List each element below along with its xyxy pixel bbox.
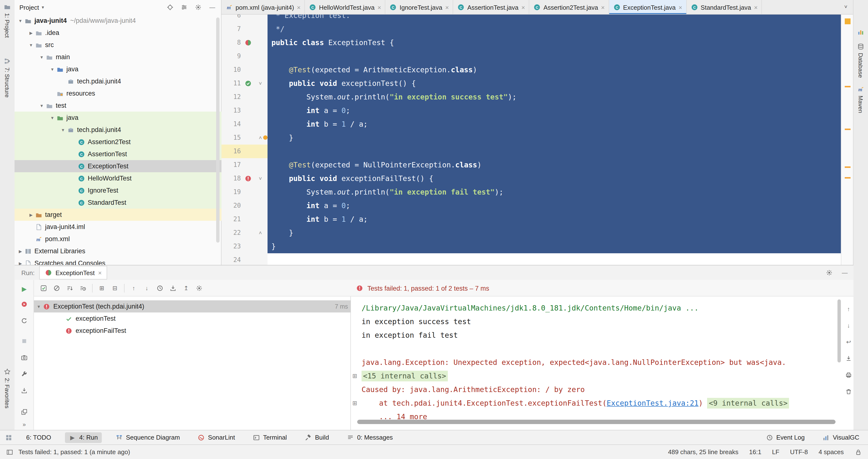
close-icon[interactable]: × <box>679 4 682 11</box>
pin-icon[interactable] <box>20 408 28 416</box>
editor-tab[interactable]: CStandardTest.java× <box>686 0 762 15</box>
indent-setting[interactable]: 4 spaces <box>818 448 844 456</box>
tree-item[interactable]: ▼java <box>14 63 221 75</box>
chevron-down-icon[interactable]: ▼ <box>59 127 67 132</box>
warning-marker[interactable] <box>845 166 850 168</box>
tool-window-tab-terminal[interactable]: Terminal <box>249 432 291 443</box>
tool-window-button-database[interactable]: Database <box>854 43 868 78</box>
tree-item[interactable]: resources <box>14 87 221 99</box>
tree-item[interactable]: ▼tech.pdai.junit4 <box>14 124 221 136</box>
grid-icon[interactable] <box>5 433 12 441</box>
chevron-down-icon[interactable]: ▼ <box>41 5 45 9</box>
file-encoding[interactable]: UTF-8 <box>790 448 808 456</box>
tree-item[interactable]: ▼test <box>14 99 221 112</box>
arrow-down-icon[interactable]: ↓ <box>143 284 151 292</box>
tool-window-button-7-structure[interactable]: 7: Structure <box>0 57 14 97</box>
print-icon[interactable] <box>845 371 852 379</box>
console-vertical-scrollbar[interactable] <box>837 299 841 363</box>
arrow-down-icon[interactable]: ↓ <box>845 322 852 329</box>
tool-window-button-ant[interactable] <box>854 28 868 36</box>
chevron-right-icon[interactable]: ▶ <box>27 212 35 217</box>
scroll-end-icon[interactable] <box>845 355 852 363</box>
show-passed-icon[interactable] <box>40 284 48 292</box>
import-results-icon[interactable] <box>169 284 177 292</box>
tree-item[interactable]: CHelloWorldTest <box>14 172 221 184</box>
chevron-down-icon[interactable]: ▼ <box>49 115 56 120</box>
run-icon[interactable]: ▶ <box>20 285 28 293</box>
project-tree-scrollbar[interactable] <box>216 18 220 242</box>
arrow-up-icon[interactable]: ↑ <box>845 305 852 313</box>
tool-window-button-1-project[interactable]: 1: Project <box>0 3 14 37</box>
test-result-row[interactable]: ▼ExceptionTest (tech.pdai.junit4)7 ms <box>34 300 352 313</box>
chevron-down-icon[interactable]: ▼ <box>38 55 45 59</box>
chevron-down-icon[interactable]: ▼ <box>17 18 24 23</box>
rerun-failed-icon[interactable] <box>20 300 28 308</box>
chevron-right-icon[interactable]: ▶ <box>17 261 24 265</box>
auto-test-icon[interactable] <box>20 317 28 324</box>
close-icon[interactable]: × <box>445 4 449 11</box>
test-result-row[interactable]: exceptionTest1 ms <box>34 313 374 324</box>
lock-icon[interactable] <box>855 448 862 456</box>
soft-wrap-icon[interactable]: ↩ <box>845 338 852 346</box>
tool-window-tab-visualgc[interactable]: VisualGC <box>818 432 863 443</box>
tree-item[interactable]: ▶.idea <box>14 27 221 39</box>
run-configuration-tab[interactable]: ExceptionTest × <box>39 266 107 280</box>
tree-item[interactable]: CExceptionTest <box>14 160 221 172</box>
sort-alpha-icon[interactable] <box>66 284 74 292</box>
tree-item[interactable]: ▶target <box>14 209 221 221</box>
editor-tab[interactable]: CAssertionTest.java× <box>454 0 529 15</box>
tree-item[interactable]: CStandardTest <box>14 197 221 209</box>
chevron-down-icon[interactable]: ▼ <box>49 67 56 71</box>
warning-marker[interactable] <box>845 177 850 178</box>
tree-item[interactable]: CIgnoreTest <box>14 184 221 197</box>
warning-marker[interactable] <box>845 128 850 130</box>
tree-item[interactable]: ▼main <box>14 51 221 63</box>
chevron-down-icon[interactable]: ▼ <box>35 304 43 309</box>
collapse-all-icon[interactable]: ⊟ <box>111 284 119 292</box>
changed-marker[interactable] <box>845 19 850 24</box>
sort-duration-icon[interactable] <box>79 284 87 292</box>
line-ending[interactable]: LF <box>772 448 779 456</box>
tree-item[interactable]: CAssertionTest <box>14 148 221 160</box>
export-icon[interactable]: ↥ <box>182 284 190 292</box>
chevron-down-icon[interactable]: ▼ <box>27 42 35 47</box>
tree-item[interactable]: CAssertion2Test <box>14 136 221 148</box>
tool-window-tab-build[interactable]: Build <box>301 432 333 443</box>
target-icon[interactable] <box>166 3 174 11</box>
editor-tab[interactable]: CIgnoreTest.java× <box>385 0 454 15</box>
warning-marker[interactable] <box>845 86 850 87</box>
tool-window-tab-sequence-diagram[interactable]: Sequence Diagram <box>112 432 184 443</box>
expand-all-icon[interactable]: ⊞ <box>98 284 106 292</box>
tool-window-tab-event-log[interactable]: Event Log <box>762 432 809 443</box>
hidden-tabs-chevron-icon[interactable]: ˅ <box>844 4 850 10</box>
close-icon[interactable]: × <box>754 4 758 11</box>
tool-window-tab-4-run[interactable]: ▶4: Run <box>65 432 102 443</box>
fold-plus-icon[interactable]: ⊞ <box>352 396 357 410</box>
chevron-down-icon[interactable]: ▼ <box>38 103 45 108</box>
tool-window-button-maven[interactable]: mMaven <box>854 85 868 113</box>
close-icon[interactable]: × <box>297 4 301 11</box>
minimize-icon[interactable]: — <box>208 3 216 11</box>
editor-tab[interactable]: mpom.xml (java-junit4)× <box>221 0 305 15</box>
tree-item[interactable]: ▼src <box>14 39 221 51</box>
snapshot-icon[interactable] <box>20 354 28 362</box>
console-horizontal-scrollbar[interactable] <box>357 420 836 424</box>
tool-window-tab-6-todo[interactable]: 6: TODO <box>22 432 55 442</box>
tree-item[interactable]: java-junit4.iml <box>14 221 221 233</box>
editor-tab[interactable]: CAssertion2Test.java× <box>529 0 609 15</box>
settings-icon[interactable] <box>195 284 203 292</box>
close-icon[interactable]: × <box>98 269 102 276</box>
chevron-right-icon[interactable]: ▶ <box>17 249 24 254</box>
import-icon[interactable] <box>20 387 28 395</box>
tree-item[interactable]: ▼java <box>14 112 221 124</box>
history-icon[interactable] <box>156 284 164 292</box>
minimize-icon[interactable]: — <box>841 269 848 277</box>
arrow-up-icon[interactable]: ↑ <box>130 284 137 292</box>
tool-window-button-favorites[interactable]: 2: Favorites <box>0 368 14 408</box>
close-icon[interactable]: × <box>377 4 381 11</box>
more-icon[interactable]: » <box>20 421 28 428</box>
run-console[interactable]: /Library/Java/JavaVirtualMachines/jdk1.8… <box>351 296 846 430</box>
code-editor[interactable]: 67891011˅12131415˄161718˅19202122˄2324 *… <box>221 15 841 265</box>
tree-item[interactable]: mpom.xml <box>14 233 221 245</box>
gear-icon[interactable] <box>825 269 833 277</box>
